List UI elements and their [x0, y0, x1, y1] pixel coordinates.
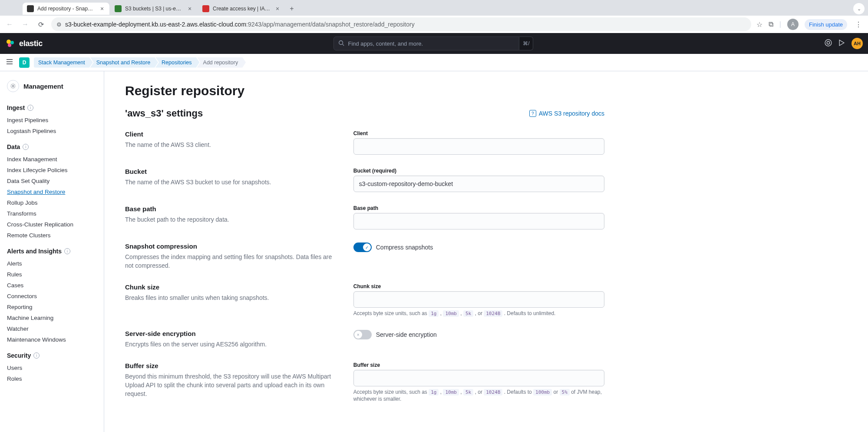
tab-strip: Add repository - Snapshot an × S3 bucket…	[0, 0, 868, 16]
field-sse: Server-side encryption Encrypts files on…	[125, 330, 604, 349]
client-input[interactable]	[353, 138, 604, 155]
sidebar-item[interactable]: Rules	[7, 269, 97, 280]
help-icon[interactable]	[825, 39, 832, 48]
info-icon[interactable]: i	[33, 352, 40, 359]
sidebar-item[interactable]: Cross-Cluster Replication	[7, 219, 97, 230]
search-shortcut: ⌘/	[519, 37, 533, 50]
field-title: Chunk size	[125, 283, 336, 291]
field-title: Client	[125, 130, 336, 138]
svg-point-10	[12, 85, 14, 87]
docs-link[interactable]: ? AWS S3 repository docs	[529, 110, 604, 117]
sidebar-item-snapshot-restore[interactable]: Snapshot and Restore	[7, 186, 97, 197]
field-desc: Compresses the index mapping and setting…	[125, 253, 336, 270]
bucket-input[interactable]	[353, 176, 604, 192]
space-badge[interactable]: D	[19, 57, 30, 68]
sidebar-item[interactable]: Connectors	[7, 291, 97, 302]
svg-point-1	[10, 41, 14, 44]
sidebar-item[interactable]: Index Management	[7, 154, 97, 165]
page-title: Register repository	[125, 83, 604, 98]
sidebar-item[interactable]: Reporting	[7, 302, 97, 312]
close-icon[interactable]: ×	[99, 6, 105, 12]
help-text: Accepts byte size units, such as 1g , 10…	[353, 389, 604, 403]
info-icon[interactable]: i	[23, 144, 29, 150]
menu-icon[interactable]: ⋮	[853, 20, 864, 29]
close-icon[interactable]: ×	[187, 6, 193, 12]
chunk-size-input[interactable]	[353, 291, 604, 308]
newsfeed-icon[interactable]	[838, 39, 845, 48]
sidebar-section-security: Security i Users Roles	[0, 347, 104, 386]
switch-row: × Server-side encryption	[353, 330, 604, 339]
sidebar-item[interactable]: Alerts	[7, 258, 97, 269]
finish-update-button[interactable]: Finish update	[805, 19, 847, 30]
breadcrumb-bar: D Stack Management Snapshot and Restore …	[0, 54, 868, 71]
sidebar-item[interactable]: Data Set Quality	[7, 176, 97, 186]
breadcrumb-item[interactable]: Stack Management	[34, 57, 93, 68]
field-base-path: Base path The bucket path to the reposit…	[125, 205, 604, 229]
browser-chrome: Add repository - Snapshot an × S3 bucket…	[0, 0, 868, 33]
search-icon	[338, 40, 344, 47]
nav-toggle-button[interactable]	[4, 57, 15, 68]
close-icon[interactable]: ×	[274, 6, 281, 12]
tab-title: Create access key | IAM | Glo	[213, 6, 271, 12]
sidebar-item[interactable]: Index Lifecycle Policies	[7, 165, 97, 176]
sidebar-item[interactable]: Ingest Pipelines	[7, 115, 97, 126]
forward-button[interactable]: →	[20, 19, 30, 30]
section-title: Ingest i	[7, 104, 97, 111]
field-title: Snapshot compression	[125, 243, 336, 250]
input-label: Bucket (required)	[353, 168, 604, 174]
input-label: Chunk size	[353, 283, 604, 289]
info-icon[interactable]: i	[64, 248, 70, 254]
search-input[interactable]: Find apps, content, and more.	[333, 37, 519, 50]
sidebar-item[interactable]: Machine Learning	[7, 312, 97, 323]
site-settings-icon[interactable]: ⚙	[56, 21, 62, 28]
sidebar-item[interactable]: Remote Clusters	[7, 230, 97, 241]
browser-tab-1[interactable]: S3 buckets | S3 | us-east-2 ×	[110, 3, 197, 15]
field-compression: Snapshot compression Compresses the inde…	[125, 243, 604, 270]
sidebar-item[interactable]: Users	[7, 362, 97, 373]
breadcrumb-item[interactable]: Snapshot and Restore	[90, 57, 158, 68]
favicon-icon	[27, 5, 34, 12]
sidebar-item[interactable]: Transforms	[7, 208, 97, 219]
sidebar-item[interactable]: Roles	[7, 373, 97, 384]
tab-title: Add repository - Snapshot an	[37, 6, 96, 12]
sse-switch[interactable]: ×	[353, 330, 372, 339]
section-title: Alerts and Insights i	[7, 248, 97, 255]
extensions-icon[interactable]: ⧉	[769, 20, 773, 28]
back-button[interactable]: ←	[4, 19, 15, 30]
breadcrumb: Stack Management Snapshot and Restore Re…	[34, 57, 246, 68]
bookmark-icon[interactable]: ☆	[756, 20, 762, 29]
sidebar-item[interactable]: Logstash Pipelines	[7, 126, 97, 136]
profile-avatar[interactable]: A	[787, 19, 799, 30]
info-icon[interactable]: i	[27, 105, 33, 111]
new-tab-button[interactable]: +	[286, 3, 298, 15]
tab-dropdown-button[interactable]: ⌄	[853, 3, 865, 14]
sidebar-item[interactable]: Maintenance Windows	[7, 334, 97, 345]
section-title: Data i	[7, 143, 97, 150]
browser-tab-2[interactable]: Create access key | IAM | Glo ×	[198, 3, 285, 15]
separator: |	[779, 20, 781, 28]
base-path-input[interactable]	[353, 213, 604, 229]
browser-tab-0[interactable]: Add repository - Snapshot an ×	[23, 3, 109, 15]
svg-line-4	[343, 44, 344, 46]
user-avatar[interactable]: AH	[851, 38, 863, 49]
buffer-size-input[interactable]	[353, 370, 604, 386]
sidebar-item[interactable]: Cases	[7, 280, 97, 291]
field-title: Bucket	[125, 168, 336, 175]
compress-switch[interactable]: ✓	[353, 243, 372, 252]
field-title: Server-side encryption	[125, 330, 336, 337]
sidebar-item[interactable]: Watcher	[7, 323, 97, 334]
sidebar: Management Ingest i Ingest Pipelines Log…	[0, 71, 104, 432]
sidebar-header: Management	[0, 78, 104, 99]
header-search: Find apps, content, and more. ⌘/	[333, 37, 533, 50]
reload-button[interactable]: ⟳	[36, 19, 46, 30]
address-bar[interactable]: ⚙ s3-bucket-example-deployment.kb.us-eas…	[51, 17, 751, 31]
sidebar-item[interactable]: Rollup Jobs	[7, 197, 97, 208]
field-desc: Beyond this minimum threshold, the S3 re…	[125, 372, 336, 399]
sidebar-section-alerts: Alerts and Insights i Alerts Rules Cases…	[0, 243, 104, 347]
breadcrumb-item[interactable]: Repositories	[155, 57, 199, 68]
elastic-logo[interactable]: elastic	[5, 38, 43, 49]
elastic-logo-icon	[5, 38, 16, 49]
field-desc: Breaks files into smaller units when tak…	[125, 293, 336, 302]
switch-knob: ✓	[363, 243, 371, 251]
switch-knob: ×	[354, 331, 362, 339]
